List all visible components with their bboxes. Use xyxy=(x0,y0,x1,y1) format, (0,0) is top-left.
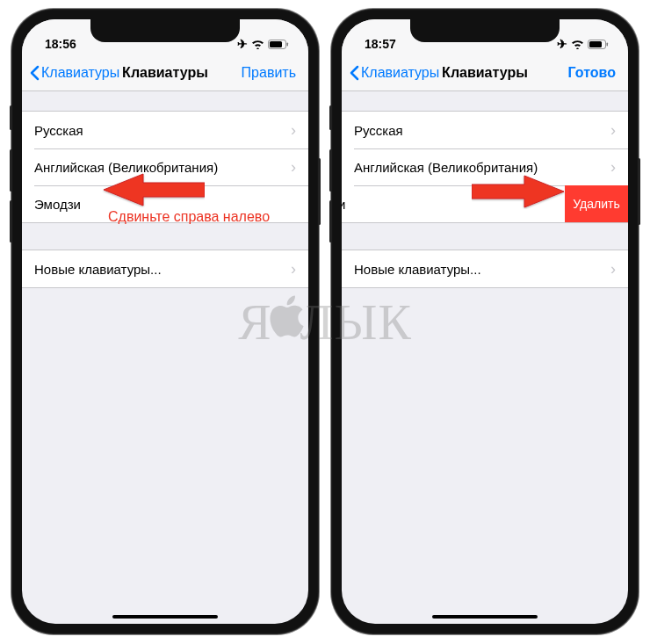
status-time: 18:57 xyxy=(365,37,396,51)
status-time: 18:56 xyxy=(45,37,76,51)
page-title: Клавиатуры xyxy=(442,65,528,81)
home-indicator[interactable] xyxy=(432,615,538,619)
back-button[interactable]: Клавиатуры xyxy=(349,65,439,81)
delete-label: Удалить xyxy=(573,197,619,211)
phone-mockup-right: 18:57 ✈ Клавиатуры Клавиатуры Готово xyxy=(331,9,639,634)
chevron-right-icon: › xyxy=(610,121,616,140)
mute-switch xyxy=(329,105,332,130)
annotation-arrow-left xyxy=(99,172,205,207)
back-label: Клавиатуры xyxy=(361,65,439,81)
battery-icon xyxy=(588,40,609,49)
svg-rect-2 xyxy=(287,42,289,46)
volume-down-button xyxy=(329,200,332,242)
svg-rect-5 xyxy=(607,42,609,46)
volume-up-button xyxy=(329,149,332,192)
add-keyboard-item[interactable]: Новые клавиатуры... › xyxy=(342,250,628,287)
phone-mockup-left: 18:56 ✈ Клавиатуры Клавиатуры Править xyxy=(11,9,319,634)
chevron-left-icon xyxy=(29,65,40,81)
notch xyxy=(90,19,240,42)
chevron-right-icon: › xyxy=(610,158,616,177)
list-item-label: и xyxy=(342,197,345,212)
delete-button[interactable]: Удалить xyxy=(565,185,628,222)
list-item-label: Английская (Великобритания) xyxy=(354,160,538,175)
airplane-icon: ✈ xyxy=(557,37,567,51)
navigation-bar: Клавиатуры Клавиатуры Готово xyxy=(342,54,628,91)
svg-rect-1 xyxy=(270,41,282,47)
wifi-icon xyxy=(251,40,264,49)
home-indicator[interactable] xyxy=(112,615,218,619)
done-button[interactable]: Готово xyxy=(568,65,621,81)
edit-button[interactable]: Править xyxy=(242,65,301,81)
list-item-label: Русская xyxy=(34,123,83,138)
side-button xyxy=(318,158,321,225)
new-keyboard-group: Новые клавиатуры... › xyxy=(342,250,628,288)
list-item-label: Русская xyxy=(354,123,403,138)
mute-switch xyxy=(10,105,12,130)
chevron-right-icon: › xyxy=(291,158,296,177)
svg-rect-4 xyxy=(589,41,602,47)
page-title: Клавиатуры xyxy=(122,65,208,81)
chevron-right-icon: › xyxy=(610,260,616,279)
chevron-left-icon xyxy=(349,65,359,81)
list-item[interactable]: Русская › xyxy=(342,112,628,148)
airplane-icon: ✈ xyxy=(237,37,248,51)
list-item[interactable]: Русская › xyxy=(22,112,308,148)
list-item-label: Эмодзи xyxy=(34,197,81,212)
back-button[interactable]: Клавиатуры xyxy=(29,65,119,81)
annotation-arrow-right xyxy=(472,174,568,209)
notch xyxy=(410,19,560,42)
add-keyboard-item[interactable]: Новые клавиатуры... › xyxy=(22,250,308,287)
new-keyboard-group: Новые клавиатуры... › xyxy=(22,250,308,288)
back-label: Клавиатуры xyxy=(41,65,119,81)
chevron-right-icon: › xyxy=(291,121,296,140)
annotation-text: Сдвиньте справа налево xyxy=(108,209,270,225)
navigation-bar: Клавиатуры Клавиатуры Править xyxy=(22,54,308,91)
list-item-label: Новые клавиатуры... xyxy=(34,262,162,277)
battery-icon xyxy=(268,40,289,49)
side-button xyxy=(638,158,640,225)
volume-up-button xyxy=(10,149,12,192)
wifi-icon xyxy=(571,40,584,49)
chevron-right-icon: › xyxy=(291,260,296,279)
list-item-label: Новые клавиатуры... xyxy=(354,262,481,277)
volume-down-button xyxy=(10,200,12,242)
